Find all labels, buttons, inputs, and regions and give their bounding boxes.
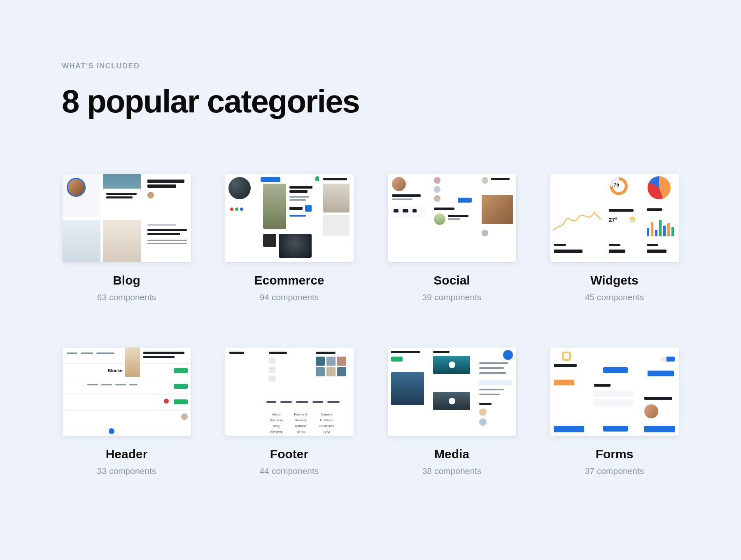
category-card-media[interactable]: Media 38 components (387, 348, 517, 476)
category-subtitle: 94 components (224, 292, 354, 302)
category-card-header[interactable]: Blöcke Header 33 components (62, 348, 191, 476)
category-subtitle: 63 components (62, 292, 191, 302)
category-name: Footer (224, 447, 354, 461)
category-card-widgets[interactable]: 75 27° Widgets 45 components (550, 174, 679, 302)
section-title: 8 popular categories (62, 83, 679, 120)
category-card-social[interactable]: Social 39 components (387, 174, 517, 302)
category-subtitle: 44 components (224, 466, 354, 476)
category-thumb (63, 174, 191, 262)
category-card-ecommerce[interactable]: Ecommerce 94 components (224, 174, 354, 302)
category-thumb: AboutOur storyBlogReviews PaymentDeliver… (225, 348, 354, 436)
category-name: Header (62, 447, 191, 461)
category-subtitle: 38 components (387, 466, 517, 476)
section-eyebrow: WHAT'S INCLUDED (62, 62, 679, 70)
category-subtitle: 37 components (550, 466, 679, 476)
category-grid: Blog 63 components Ecommerce 94 componen… (62, 174, 679, 476)
category-name: Social (387, 273, 517, 287)
category-card-footer[interactable]: AboutOur storyBlogReviews PaymentDeliver… (224, 348, 354, 476)
category-name: Widgets (550, 273, 679, 287)
category-name: Blog (62, 273, 191, 287)
category-name: Forms (550, 447, 679, 461)
category-thumb (388, 174, 516, 262)
widget-temp-label: 27° (609, 217, 618, 223)
header-brand-label: Blöcke (108, 368, 123, 373)
category-subtitle: 45 components (550, 292, 679, 302)
category-thumb (225, 174, 354, 262)
category-card-forms[interactable]: Forms 37 components (550, 348, 679, 476)
category-thumb: Blöcke (63, 348, 191, 436)
category-subtitle: 33 components (62, 466, 191, 476)
category-name: Media (387, 447, 517, 461)
category-name: Ecommerce (224, 273, 354, 287)
category-subtitle: 39 components (387, 292, 517, 302)
category-thumb (550, 348, 679, 436)
widget-percent-label: 75 (614, 182, 619, 188)
category-thumb: 75 27° (550, 174, 679, 262)
category-card-blog[interactable]: Blog 63 components (62, 174, 191, 302)
category-thumb (388, 348, 516, 436)
